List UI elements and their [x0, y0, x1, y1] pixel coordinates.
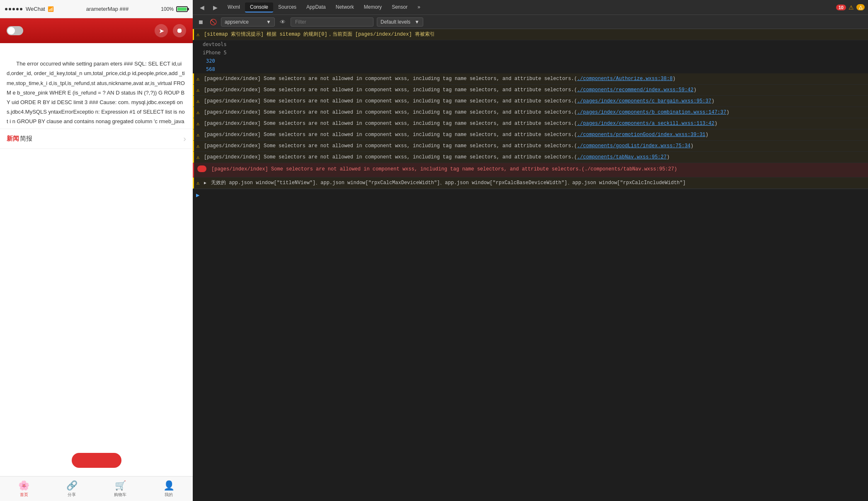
- tab-appdata[interactable]: AppData: [301, 2, 331, 12]
- msg-appjson-text: ▶ 无效的 app.json window["titleNView"]、app.…: [204, 179, 865, 187]
- msg-text-warn-4: [pages/index/index] Some selectors are n…: [204, 109, 865, 116]
- nav-location-btn[interactable]: ➤: [155, 24, 168, 37]
- console-msg-warn-5: ⚠ [pages/index/index] Some selectors are…: [193, 118, 868, 129]
- console-prompt-area[interactable]: ▶: [193, 189, 868, 201]
- share-icon: 🔗: [66, 480, 78, 491]
- visibility-btn[interactable]: 👁: [278, 17, 287, 27]
- dot-1: [5, 8, 7, 10]
- nav-back-btn[interactable]: ◀: [196, 2, 208, 13]
- battery-fill: [177, 7, 187, 11]
- link-promotiongood[interactable]: ./components/promotionGood/index.wxss:39…: [577, 132, 706, 138]
- link-tabnav[interactable]: ./components/tabNav.wxss:95:27: [577, 154, 667, 160]
- status-left: WeChat 📶: [5, 6, 54, 12]
- tab-sources[interactable]: Sources: [273, 2, 301, 12]
- dot-3: [12, 8, 15, 10]
- console-msg-warn-2: ⚠ [pages/index/index] Some selectors are…: [193, 85, 868, 96]
- console-msg-warn-4: ⚠ [pages/index/index] Some selectors are…: [193, 107, 868, 118]
- news-plain-label: 简报: [20, 135, 32, 143]
- console-msg-devtools: devtools: [193, 40, 868, 49]
- console-msg-error-15: [pages/index/index] Some selectors are n…: [193, 163, 868, 178]
- warning-icon-1: ⚠: [196, 31, 199, 39]
- filter-input[interactable]: [291, 17, 373, 27]
- status-bar: WeChat 📶 arameterMap ### 100%: [0, 0, 193, 18]
- level-select-value: Default levels: [381, 19, 410, 25]
- console-input[interactable]: [202, 192, 865, 198]
- link-goodlist[interactable]: ./components/goodList/index.wxss:75:34: [577, 143, 691, 149]
- nav-forward-btn[interactable]: ▶: [209, 2, 221, 13]
- tab-cart[interactable]: 🛒 购物车: [114, 480, 126, 498]
- warn-count-badge: △: [856, 4, 865, 10]
- news-red-label: 新闻: [7, 135, 19, 143]
- news-section[interactable]: 新闻 简报 ›: [0, 129, 193, 149]
- console-msg-iphone: iPhone 5: [193, 49, 868, 57]
- chevron-down-icon-2: ▼: [415, 19, 419, 25]
- msg-text-warn-6: [pages/index/index] Some selectors are n…: [204, 131, 865, 139]
- battery-icon: [176, 6, 188, 12]
- nav-toggle-left[interactable]: [7, 26, 23, 35]
- warning-icon-10: ⚠: [196, 180, 199, 187]
- tab-share[interactable]: 🔗 分享: [66, 480, 78, 498]
- expand-icon[interactable]: ▶: [204, 180, 206, 186]
- dot-2: [9, 8, 11, 10]
- app-name-label: WeChat: [26, 6, 45, 12]
- more-tabs-btn[interactable]: »: [412, 2, 425, 12]
- console-msg-568: 568: [193, 65, 868, 73]
- dot-4: [16, 8, 19, 10]
- tab-console[interactable]: Console: [245, 2, 273, 12]
- arrow-right-icon: ›: [183, 134, 186, 143]
- devtools-panel: ◀ ▶ Wxml Console Sources AppData Network…: [193, 0, 868, 501]
- profile-label: 我的: [165, 492, 173, 498]
- msg-text-warn-2: [pages/index/index] Some selectors are n…: [204, 86, 865, 94]
- console-msg-appsjon-warn: ⚠ ▶ 无效的 app.json window["titleNView"]、ap…: [193, 178, 868, 189]
- console-msg-320: 320: [193, 57, 868, 65]
- warning-icon-5: ⚠: [196, 109, 199, 117]
- msg-text-warn-8: [pages/index/index] Some selectors are n…: [204, 153, 865, 161]
- error-text-content: The error occurred while setting param e…: [7, 61, 185, 134]
- clear-console-btn[interactable]: ⏹: [196, 17, 205, 27]
- link-seckill[interactable]: ./pages/index/components/a_seckill.wxss:…: [577, 121, 714, 126]
- cart-label: 购物车: [114, 492, 126, 498]
- chevron-down-icon: ▼: [266, 19, 271, 25]
- msg-error-text-main: [pages/index/index] Some selectors are n…: [211, 165, 677, 173]
- console-msg-sitemap: ⚠ [sitemap 索引情况提示] 根据 sitemap 的规则[0]，当前页…: [193, 29, 868, 40]
- tab-sensor[interactable]: Sensor: [387, 2, 412, 12]
- tab-network[interactable]: Network: [331, 2, 359, 12]
- tab-bar: 🌸 首页 🔗 分享 🛒 购物车 👤 我的: [0, 476, 193, 501]
- phone-nav-header: ➤ ⏺: [0, 18, 193, 43]
- link-recommend[interactable]: ./components/recommend/index.wxss:59:42: [577, 87, 693, 93]
- error-message-area: The error occurred while setting param e…: [0, 43, 193, 333]
- link-authorize[interactable]: ./components/Authorize.wxss:38:8: [577, 76, 672, 82]
- tab-profile[interactable]: 👤 我的: [163, 480, 175, 498]
- tab-home[interactable]: 🌸 首页: [18, 480, 29, 498]
- msg-text-sitemap: [sitemap 索引情况提示] 根据 sitemap 的规则[0]，当前页面 …: [204, 31, 865, 38]
- profile-icon: 👤: [163, 480, 175, 491]
- signal-dots: [5, 8, 22, 10]
- service-select[interactable]: appservice ▼: [221, 17, 275, 27]
- msg-text-568: 568: [206, 66, 215, 72]
- console-msg-warn-1: ⚠ [pages/index/index] Some selectors are…: [193, 73, 868, 85]
- nav-title-partial: arameterMap ###: [86, 6, 129, 12]
- mobile-simulator: WeChat 📶 arameterMap ### 100% ➤ ⏺ The er…: [0, 0, 193, 501]
- tab-wxml[interactable]: Wxml: [223, 2, 245, 12]
- msg-text-devtools: devtools: [203, 41, 227, 47]
- cart-icon: 🛒: [115, 480, 126, 491]
- phone-content-area: The error occurred while setting param e…: [0, 43, 193, 501]
- warning-icon-9: ⚠: [196, 154, 199, 161]
- link-combination[interactable]: ./pages/index/components/b_combination.w…: [577, 109, 726, 115]
- home-label: 首页: [20, 492, 28, 498]
- console-msg-warn-6: ⚠ [pages/index/index] Some selectors are…: [193, 129, 868, 141]
- tab-memory[interactable]: Memory: [359, 2, 387, 12]
- console-msg-warn-7: ⚠ [pages/index/index] Some selectors are…: [193, 141, 868, 152]
- error-count-area: 10 ⚠ △: [836, 4, 865, 11]
- wifi-icon: 📶: [48, 6, 54, 12]
- devtools-tabs: Wxml Console Sources AppData Network Mem…: [223, 2, 425, 12]
- stop-btn[interactable]: 🚫: [209, 17, 218, 27]
- nav-record-btn[interactable]: ⏺: [173, 24, 186, 37]
- warning-icon-6: ⚠: [196, 120, 199, 128]
- battery-percentage: 100%: [161, 6, 174, 12]
- warning-icon-2: ⚠: [196, 75, 199, 83]
- log-level-select[interactable]: Default levels ▼: [377, 17, 423, 27]
- link-bargain[interactable]: ./pages/index/components/c_bargain.wxss:…: [577, 98, 711, 104]
- red-action-button[interactable]: [72, 453, 121, 468]
- battery-tip: [188, 8, 189, 10]
